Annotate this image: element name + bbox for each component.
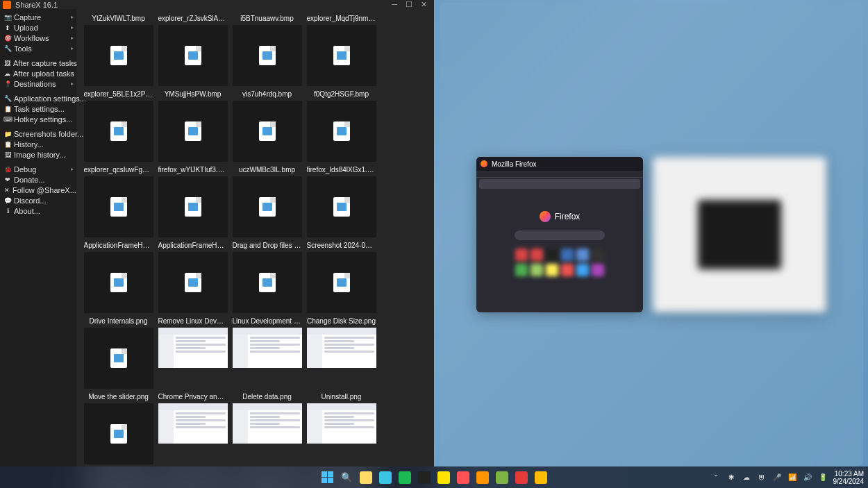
thumbnail[interactable]: explorer_5BLE1x2Phq.bmp	[82, 90, 155, 162]
sidebar-history-0[interactable]: 📁Screenshots folder...	[0, 128, 76, 139]
tray-mic-icon[interactable]: 🎤	[772, 473, 782, 482]
file-icon	[110, 46, 127, 65]
thumbnail[interactable]: Chrome Privacy and Securi...	[156, 393, 229, 464]
thumbnail[interactable]: Drag and Drop files to Goo...	[231, 242, 303, 313]
thumbnail[interactable]: Uninstall.png	[305, 393, 378, 464]
sidebar-icon: ❤	[4, 176, 11, 183]
thumbnail-grid: YtZukVlWLT.bmpexplorer_rZJsvkSlAn.bmpi5B…	[79, 15, 431, 488]
file-icon	[110, 197, 127, 217]
thumbnail[interactable]: firefox_wYlJKTIuf3.bmp	[156, 166, 229, 237]
sidebar-label: About...	[14, 207, 40, 215]
titlebar[interactable]: ShareX 16.1 ─ ☐ ✕	[0, 0, 434, 9]
sidebar-label: Capture	[14, 13, 41, 22]
firefox-search	[515, 230, 605, 240]
sidebar-main-3[interactable]: 🔧Tools▸	[0, 43, 76, 53]
thumbnail[interactable]: explorer_rZJsvkSlAn.bmp	[156, 15, 229, 86]
sidebar-icon: ☁	[4, 70, 10, 77]
tray-wifi-icon[interactable]: 📶	[787, 473, 797, 482]
sidebar-main-1[interactable]: ⬆Upload▸	[0, 22, 76, 33]
thumbnail[interactable]: Screenshot 2024-09-21 12...	[305, 242, 378, 313]
snap-option-other[interactable]	[653, 157, 826, 312]
file-icon	[333, 121, 350, 141]
thumbnail-screenshot	[307, 328, 376, 368]
sidebar-main-2[interactable]: 🎯Workflows▸	[0, 33, 76, 43]
sidebar-tasks-2[interactable]: 📍Destinations▸	[0, 78, 76, 89]
taskbar-spotify-button[interactable]	[397, 470, 412, 485]
thumbnail[interactable]: ApplicationFrameHost_Gc...	[82, 242, 155, 313]
taskbar-app3-button[interactable]	[456, 470, 471, 485]
thumbnail[interactable]: firefox_Ids84lXGx1.bmp	[305, 166, 378, 237]
taskbar-firefox-button[interactable]	[475, 470, 490, 485]
taskbar-chrome-button[interactable]	[533, 470, 549, 485]
thumbnail[interactable]: YMSujjHsPW.bmp	[156, 90, 229, 162]
topsite-tile	[576, 249, 589, 261]
thumbnail-name: firefox_wYlJKTIuf3.bmp	[158, 166, 228, 174]
tray-onedrive-icon[interactable]: ☁	[742, 473, 751, 482]
taskbar-app5-button[interactable]	[514, 470, 529, 485]
sidebar-icon: 🔧	[4, 95, 11, 102]
tray-shield-icon[interactable]: ⛨	[757, 473, 767, 482]
tray-clock[interactable]: 10:23 AM 9/24/2024	[833, 470, 865, 485]
sidebar-history-1[interactable]: 📋History...	[0, 139, 76, 149]
thumbnail[interactable]: Move the slider.png	[82, 393, 155, 464]
sidebar-tasks-1[interactable]: ☁After upload tasks▸	[0, 68, 76, 78]
sidebar-history-2[interactable]: 🖼Image history...	[0, 149, 76, 160]
taskbar-app1-button[interactable]	[417, 470, 432, 485]
thumbnail[interactable]: explorer_MqdTj9nmCe.bmp	[305, 15, 378, 86]
taskbar-app2-button[interactable]	[436, 470, 451, 485]
close-button[interactable]: ✕	[421, 0, 427, 9]
thumbnail[interactable]: Delete data.png	[231, 393, 303, 464]
sidebar-icon: ⌨	[4, 116, 11, 123]
thumbnail[interactable]: explorer_qcsIuwFguR.bmp	[82, 166, 155, 237]
file-icon	[333, 197, 350, 217]
maximize-button[interactable]: ☐	[406, 0, 412, 9]
thumbnail-image	[84, 25, 153, 86]
sidebar-settings-2[interactable]: ⌨Hotkey settings...	[0, 114, 76, 124]
file-icon	[110, 121, 127, 141]
tray-battery-icon[interactable]: 🔋	[818, 473, 828, 482]
thumbnail-name: Drive Internals.png	[90, 317, 148, 325]
taskbar-edge-button[interactable]	[378, 470, 393, 485]
chevron-right-icon: ▸	[71, 14, 74, 20]
file-icon	[110, 348, 127, 368]
taskbar-search-button[interactable]: 🔍	[339, 470, 354, 485]
sidebar-tasks-0[interactable]: 🖼After capture tasks▸	[0, 58, 76, 68]
thumbnail[interactable]: vis7uh4rdq.bmp	[231, 90, 303, 162]
thumbnail[interactable]: uczWMBc3IL.bmp	[231, 166, 303, 237]
thumbnail-name: ApplicationFrameHost_Kd...	[158, 242, 228, 249]
thumbnail[interactable]: i5BTnuaawv.bmp	[231, 15, 303, 86]
tray-volume-icon[interactable]: 🔊	[803, 473, 812, 482]
sidebar-icon: 📁	[4, 131, 11, 137]
taskbar-explorer-button[interactable]	[358, 470, 374, 485]
sidebar-settings-1[interactable]: 📋Task settings...	[0, 103, 76, 114]
sidebar-label: Destinations	[14, 80, 56, 88]
sidebar-label: Tools	[14, 44, 32, 53]
thumbnail[interactable]: Drive Internals.png	[82, 317, 155, 389]
sidebar-misc-1[interactable]: ❤Donate...	[0, 174, 76, 185]
thumbnail[interactable]: ApplicationFrameHost_Kd...	[156, 242, 229, 313]
thumbnail-name: Uninstall.png	[322, 393, 362, 401]
sidebar-misc-3[interactable]: 💬Discord...	[0, 195, 76, 205]
sidebar-misc-4[interactable]: ℹAbout...	[0, 205, 76, 216]
tray-chevron-up-icon[interactable]: ⌃	[711, 473, 721, 482]
sidebar-main-0[interactable]: 📷Capture▸	[0, 12, 76, 22]
snap-option-firefox[interactable]: Mozilla Firefox Firefox	[476, 157, 643, 312]
chevron-right-icon: ▸	[71, 24, 74, 31]
thumbnail[interactable]: Change Disk Size.png	[305, 317, 378, 389]
sidebar-misc-0[interactable]: 🐞Debug▸	[0, 164, 76, 174]
thumbnail[interactable]: Remove Linux Developme...	[156, 317, 229, 389]
minimize-button[interactable]: ─	[392, 0, 397, 9]
taskbar-app4-button[interactable]	[494, 470, 510, 485]
taskbar-start-button[interactable]	[319, 470, 335, 485]
sidebar-icon: 📋	[4, 106, 11, 112]
thumbnail[interactable]: Linux Development enviro...	[231, 317, 303, 389]
thumbnail-image	[158, 176, 228, 237]
thumbnail[interactable]: f0Qtg2HSGF.bmp	[305, 90, 378, 162]
sidebar-settings-0[interactable]: 🔧Application settings...	[0, 93, 76, 103]
thumbnail[interactable]: YtZukVlWLT.bmp	[82, 15, 155, 86]
sidebar-icon: 🖼	[4, 60, 10, 67]
sidebar-label: Upload	[14, 24, 38, 32]
tray-settings-icon[interactable]: ✱	[726, 473, 736, 482]
sidebar-misc-2[interactable]: ✕Follow @ShareX...	[0, 185, 76, 195]
window-title: ShareX 16.1	[15, 1, 392, 9]
